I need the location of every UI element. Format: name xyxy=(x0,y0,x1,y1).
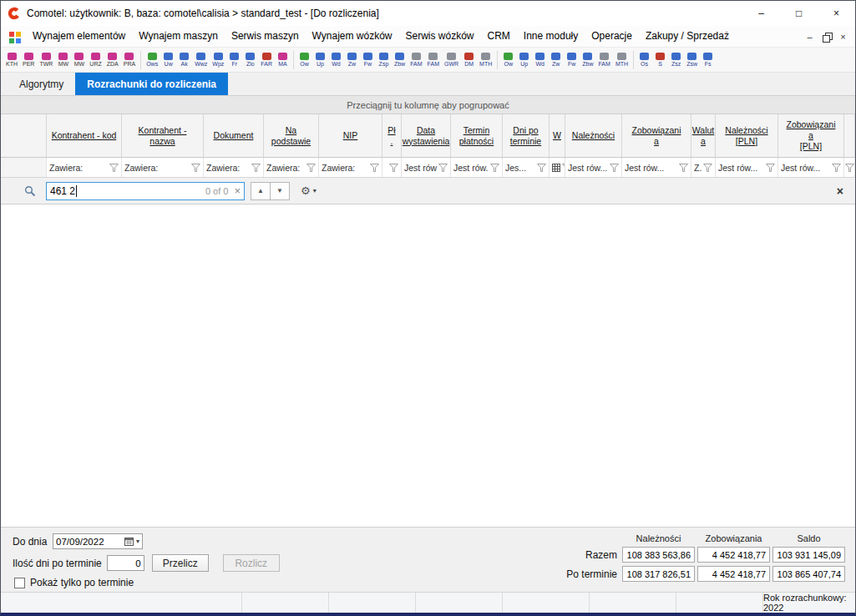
toolbar-button-zw[interactable]: Zw xyxy=(548,48,564,72)
menu-item-zakupy-sprzedaż[interactable]: Zakupy / Sprzedaż xyxy=(639,26,736,47)
column-header-zobowiazania[interactable]: Zobowiązani a xyxy=(622,114,691,157)
toolbar-button-wpz[interactable]: Wpz xyxy=(210,48,226,72)
menu-item-operacje[interactable]: Operacje xyxy=(585,26,639,47)
menu-item-inne-moduły[interactable]: Inne moduły xyxy=(517,26,585,47)
filter-cell-waluta[interactable]: Z... xyxy=(691,158,716,177)
column-header-platnosc[interactable]: Pł . xyxy=(382,114,402,157)
toolbar-button-far[interactable]: FAR xyxy=(258,48,275,72)
toolbar-button-per[interactable]: PER xyxy=(20,48,37,72)
toolbar-button-fw[interactable]: Fw xyxy=(360,48,376,72)
toolbar-button-fr[interactable]: Fr xyxy=(226,48,242,72)
mdi-restore-button[interactable] xyxy=(819,29,833,43)
filter-cell-termin-platnosci[interactable]: Jest rów... xyxy=(451,158,503,177)
column-header-w[interactable]: W xyxy=(550,114,565,157)
filter-cell-dokument[interactable]: Zawiera: xyxy=(204,158,264,177)
toolbar-button-gwr[interactable]: GWR xyxy=(442,48,461,72)
filter-cell-filler[interactable]: ▾ xyxy=(844,158,855,177)
toolbar-button-zbw[interactable]: Zbw xyxy=(580,48,595,72)
toolbar-button-mw[interactable]: MW xyxy=(55,48,71,72)
toolbar-button-kth[interactable]: KTH xyxy=(3,48,20,72)
clear-search-icon[interactable]: × xyxy=(234,185,241,196)
toolbar-button-wd[interactable]: Wd xyxy=(532,48,548,72)
column-header-termin-platnosci[interactable]: Termin płatności xyxy=(451,114,503,157)
toolbar-button-dm[interactable]: DM xyxy=(461,48,477,72)
menu-item-serwis-maszyn[interactable]: Serwis maszyn xyxy=(225,26,306,47)
maximize-button[interactable]: □ xyxy=(780,1,818,26)
toolbar-button-twr[interactable]: TWR xyxy=(37,48,55,72)
search-options-button[interactable]: ⚙ ▾ xyxy=(297,184,320,198)
tab-rozrachunki-do-rozliczenia[interactable]: Rozrachunki do rozliczenia xyxy=(75,73,228,95)
close-find-panel-button[interactable]: × xyxy=(833,184,847,198)
menu-item-wynajem-maszyn[interactable]: Wynajem maszyn xyxy=(132,26,225,47)
filter-cell-data-wystawienia[interactable]: Jest rów... xyxy=(402,158,451,177)
toolbar-button-ma[interactable]: MA xyxy=(275,48,291,72)
toolbar-button-up[interactable]: Up xyxy=(516,48,532,72)
toolbar-button-s[interactable]: S xyxy=(652,48,668,72)
toolbar-button-os[interactable]: Os xyxy=(636,48,652,72)
minimize-button[interactable]: – xyxy=(742,1,780,26)
toolbar-button-zbw[interactable]: Zbw xyxy=(392,48,408,72)
toolbar-button-fam[interactable]: FAM xyxy=(425,48,442,72)
column-header-waluta[interactable]: Walut a xyxy=(691,114,716,157)
toolbar-button-pra[interactable]: PRA xyxy=(121,48,138,72)
toolbar-button-ak[interactable]: Ak xyxy=(176,48,192,72)
toolbar-button-fs[interactable]: Fs xyxy=(700,48,716,72)
column-header-dni-po-terminie[interactable]: Dni po terminie xyxy=(503,114,550,157)
toolbar-button-fam[interactable]: FAM xyxy=(595,48,612,72)
toolbar-button-ow[interactable]: Ow xyxy=(296,48,312,72)
filter-cell-dni-po-terminie[interactable]: Jes... xyxy=(503,158,550,177)
mdi-minimize-button[interactable]: – xyxy=(803,29,817,43)
column-header-zobowiazania-pln[interactable]: Zobowiązani a [PLN] xyxy=(778,114,844,157)
toolbar-button-wd[interactable]: Wd xyxy=(328,48,344,72)
filter-cell-kontrahent-nazwa[interactable]: Zawiera: xyxy=(122,158,204,177)
find-next-button[interactable]: ▼ xyxy=(270,182,290,200)
days-after-deadline-input[interactable] xyxy=(107,555,144,571)
toolbar-button-wwz[interactable]: Wwz xyxy=(192,48,210,72)
toolbar-button-fam[interactable]: FAM xyxy=(408,48,424,72)
group-by-panel[interactable]: Przeciągnij tu kolumnę aby pogrupować xyxy=(1,96,855,114)
show-only-overdue-checkbox[interactable] xyxy=(14,578,25,588)
filter-cell-nip[interactable]: Zawiera: xyxy=(319,158,382,177)
column-header-kontrahent-nazwa[interactable]: Kontrahent - nazwa xyxy=(122,114,204,157)
filter-cell-naleznosci[interactable]: Jest rów... xyxy=(565,158,622,177)
mdi-close-button[interactable]: × xyxy=(836,29,850,43)
column-header-naleznosci[interactable]: Należności xyxy=(565,114,622,157)
filter-cell-naleznosci-pln[interactable]: Jest rów... xyxy=(716,158,778,177)
toolbar-button-zsp[interactable]: Zsp xyxy=(376,48,392,72)
date-picker[interactable]: 07/09/2022 ▾ xyxy=(53,533,143,549)
toolbar-button-zda[interactable]: ZDA xyxy=(104,48,121,72)
column-header-data-wystawienia[interactable]: Data wystawienia xyxy=(402,114,451,157)
toolbar-button-ow[interactable]: Ow xyxy=(500,48,516,72)
filter-cell-zobowiazania-pln[interactable]: Jest rów... xyxy=(778,158,844,177)
toolbar-button-up[interactable]: Up xyxy=(312,48,328,72)
search-input[interactable]: 461 2 0 of 0 × xyxy=(46,182,245,200)
menu-item-wynajem-wózków[interactable]: Wynajem wózków xyxy=(306,26,399,47)
filter-cell-zobowiazania[interactable]: Jest rów... xyxy=(622,158,691,177)
column-header-dokument[interactable]: Dokument xyxy=(204,114,264,157)
toolbar-button-uw[interactable]: Uw xyxy=(160,48,176,72)
rozlicz-button[interactable]: Rozlicz xyxy=(223,554,280,572)
close-button[interactable]: × xyxy=(818,1,855,26)
toolbar-button-zlo[interactable]: Zlo xyxy=(242,48,258,72)
find-previous-button[interactable]: ▲ xyxy=(251,182,271,200)
toolbar-button-mth[interactable]: MTH xyxy=(613,48,631,72)
toolbar-button-zw[interactable]: Zw xyxy=(344,48,360,72)
filter-cell-kontrahent-kod[interactable]: Zawiera: xyxy=(47,158,122,177)
toolbar-button-zsz[interactable]: Zsz xyxy=(668,48,684,72)
tab-algorytmy[interactable]: Algorytmy xyxy=(8,73,75,95)
column-header-na-podstawie[interactable]: Na podstawie xyxy=(264,114,319,157)
menu-item-wynajem-elementów[interactable]: Wynajem elementów xyxy=(26,26,132,47)
toolbar-button-ows[interactable]: Ows xyxy=(144,48,160,72)
menu-item-serwis-wózków[interactable]: Serwis wózków xyxy=(398,26,480,47)
toolbar-button-mth[interactable]: MTH xyxy=(477,48,494,72)
filter-cell-na-podstawie[interactable]: Zawiera: xyxy=(264,158,319,177)
toolbar-button-fw[interactable]: Fw xyxy=(564,48,580,72)
column-header-naleznosci-pln[interactable]: Należności [PLN] xyxy=(716,114,778,157)
toolbar-button-urz[interactable]: URZ xyxy=(87,48,104,72)
toolbar-button-zsw[interactable]: Zsw xyxy=(684,48,700,72)
filter-cell-w[interactable] xyxy=(550,158,565,177)
chevron-down-icon[interactable]: ▾ xyxy=(136,538,139,545)
filter-cell-platnosc[interactable] xyxy=(382,158,402,177)
column-header-nip[interactable]: NIP xyxy=(319,114,382,157)
menu-item-crm[interactable]: CRM xyxy=(481,26,517,47)
